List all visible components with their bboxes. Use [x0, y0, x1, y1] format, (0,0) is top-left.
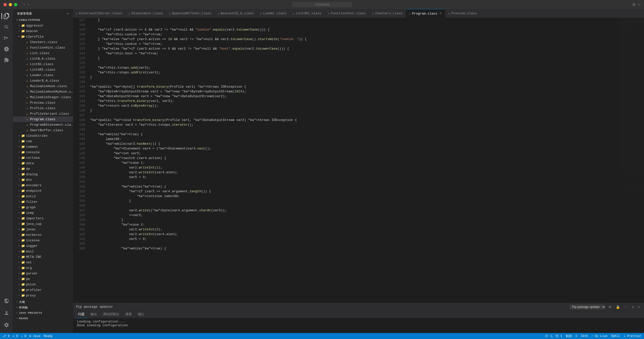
sidebar-item-loader[interactable]: ☕ Loader.class [13, 72, 73, 78]
panel-tab-problems[interactable]: 问题 [75, 311, 88, 318]
sidebar-item-timeline[interactable]: 时间轴 [13, 305, 73, 310]
tab-disposable[interactable]: ☕ Disposable.class [125, 9, 166, 18]
sidebar-item-beacon[interactable]: 📁 beacon [13, 28, 73, 34]
remote-icon[interactable] [2, 296, 12, 306]
sidebar-item-cortana[interactable]: 📁 cortana [13, 155, 73, 160]
sidebar-item-common[interactable]: 📁 common [13, 144, 73, 149]
panel-lock-button[interactable]: 🔒 [615, 304, 621, 309]
sidebar-item-outline[interactable]: 大纲 [13, 299, 73, 305]
layout-icon[interactable]: ⊞ [633, 2, 635, 7]
sidebar-item-lint-a[interactable]: ☕ Lint$_A.class [13, 56, 73, 61]
search-icon[interactable] [2, 22, 12, 32]
sidebar-item-malleablestager[interactable]: ☕ MalleableStager.class [13, 94, 73, 100]
sidebar-item-parser[interactable]: 📁 parser [13, 271, 73, 276]
sidebar-item-license[interactable]: 📁 license [13, 238, 73, 243]
sidebar-item-phish[interactable]: 📁 phish [13, 282, 73, 287]
tab-externalc2server[interactable]: ☕ ExternalC2Server.class [73, 9, 125, 18]
tab-functionhint[interactable]: ☕ FunctionHint.class [325, 9, 369, 18]
sidebar-item-root[interactable]: COBALTSTRIKE [13, 17, 73, 23]
sidebar-item-c2profile[interactable]: 📂 c2profile [13, 34, 73, 39]
tab-checkers[interactable]: ☕ Checkers.class [369, 9, 406, 18]
status-line[interactable]: 行 1, 列 1 [545, 334, 562, 338]
panel-tab-search[interactable]: 搜索 [122, 311, 135, 318]
code-area[interactable]: } "kw">if (var3.action == 6 && var2 != "… [88, 18, 619, 303]
sidebar-item-preview[interactable]: ☕ Preview.class [13, 100, 73, 105]
sidebar-item-meta-inf[interactable]: 📁 META-INF [13, 254, 73, 260]
sidebar-item-aggressor[interactable]: 📁 aggressor [13, 23, 73, 28]
panel-more-button[interactable]: ⋯ [623, 304, 628, 309]
debug-icon[interactable] [2, 44, 12, 54]
sidebar-item-cloudstrike[interactable]: 📁 cloudstrike [13, 133, 73, 138]
sidebar-item-java-cup[interactable]: 📁 java_cup [13, 221, 73, 227]
sidebar-item-program[interactable]: ☕ Program.class [13, 116, 73, 122]
sidebar-item-console[interactable]: 📁 console [13, 149, 73, 155]
sidebar-item-logger[interactable]: 📁 logger [13, 243, 73, 249]
status-prettier[interactable]: ✦ Prettier [623, 334, 641, 338]
sidebar-menu-icon[interactable]: ⋯ [67, 12, 69, 16]
sidebar-item-maven[interactable]: MAVEN [13, 316, 73, 321]
maximize-button[interactable] [14, 3, 17, 6]
sidebar-item-loaders-a[interactable]: ☕ Loader$_A.class [13, 78, 73, 83]
explorer-icon[interactable] [2, 11, 12, 21]
sidebar-item-encoders[interactable]: 📁 encoders [13, 183, 73, 188]
panel-close-button[interactable]: × [637, 304, 641, 309]
sidebar-item-malleablehookmyhook[interactable]: ☕ MalleableHookMyHook.class [13, 89, 73, 94]
panel-select[interactable]: Pip package updater [570, 304, 605, 309]
forward-button[interactable]: › [27, 2, 30, 7]
status-language[interactable]: Java [580, 334, 588, 338]
back-button[interactable]: ‹ [23, 2, 26, 7]
sidebar-item-org[interactable]: 📁 org [13, 265, 73, 271]
tab-preview[interactable]: ☕ Preview.class [445, 9, 480, 18]
sidebar-item-profilevariant[interactable]: ☕ ProfileVariant.class [13, 111, 73, 116]
sidebar-item-kerberos[interactable]: 📁 kerberos [13, 232, 73, 238]
sidebar-item-icmp[interactable]: 📁 icmp [13, 210, 73, 216]
account-icon[interactable] [2, 308, 12, 318]
sidebar-item-proxy[interactable]: 📁 proxy [13, 293, 73, 298]
sidebar-item-data[interactable]: 📁 data [13, 160, 73, 166]
panel-settings-button[interactable]: ⚙ [607, 304, 613, 309]
sidebar-item-com[interactable]: 📁 com [13, 138, 73, 144]
sidebar-item-dns[interactable]: 📁 dns [13, 177, 73, 183]
tab-program[interactable]: ☕ Program.class × [406, 9, 445, 18]
settings-icon[interactable]: ⋯ [638, 2, 640, 7]
sidebar-item-de[interactable]: 📁 de [13, 166, 73, 172]
status-git[interactable]: ⎇ 0 [3, 334, 10, 338]
tab-loader[interactable]: ☕ Loader.class [257, 9, 290, 18]
sidebar-item-lint[interactable]: ☕ Lint.class [13, 50, 73, 56]
sidebar-item-mail[interactable]: 📁 mail [13, 249, 73, 254]
sidebar-item-profiler[interactable]: 📁 profiler [13, 287, 73, 293]
source-control-icon[interactable] [2, 33, 12, 43]
search-input[interactable] [292, 2, 352, 7]
sidebar-item-javac[interactable]: 📁 javac [13, 227, 73, 232]
panel-tab-debug[interactable]: 调试控制台 [100, 311, 122, 318]
status-java[interactable]: ⚙ Java: Ready [29, 334, 53, 338]
sidebar-item-checkers[interactable]: ☕ Checkers.class [13, 39, 73, 45]
sidebar-item-extc2[interactable]: 📁 extc2 [13, 194, 73, 199]
tab-linturi[interactable]: ☕ LintURI.class [290, 9, 325, 18]
sidebar-item-dialog[interactable]: 📁 dialog [13, 172, 73, 177]
sidebar-item-graph[interactable]: 📁 graph [13, 205, 73, 210]
status-spell[interactable]: Spell [611, 334, 620, 338]
tab-beaconc2s-a[interactable]: ☕ BeaconC2$_A.class [214, 9, 257, 18]
status-go-live[interactable]: ⚡ Go Live [591, 334, 607, 338]
gear-icon[interactable] [2, 320, 12, 330]
sidebar-item-malleablehook[interactable]: ☕ MalleableHook.class [13, 83, 73, 89]
sidebar-item-pe[interactable]: 📁 pe [13, 276, 73, 282]
sidebar-item-smartbuffer[interactable]: ☕ SmartBuffer.class [13, 127, 73, 133]
sidebar-item-linturi[interactable]: ☕ LintURI.class [13, 67, 73, 72]
tab-close-program[interactable]: × [439, 12, 442, 15]
sidebar-item-importers[interactable]: 📁 importers [13, 216, 73, 221]
panel-chevron-up-button[interactable]: ∧ [630, 304, 635, 309]
sidebar-item-endpoint[interactable]: 📁 endpoint [13, 188, 73, 194]
sidebar-item-lint1[interactable]: ☕ Lint$1.class [13, 61, 73, 67]
extensions-icon[interactable] [2, 55, 12, 65]
sidebar-item-net[interactable]: 📁 net [13, 260, 73, 265]
status-errors[interactable]: ✕ 0 ⚠ 0 [13, 334, 26, 338]
sidebar-item-functionhint[interactable]: ☕ FunctionHint.class [13, 45, 73, 50]
sidebar-item-java-projects[interactable]: JAVA PROJECTS [13, 310, 73, 316]
status-spaces[interactable]: 制表: 3 [566, 334, 577, 338]
sidebar-item-programstatement[interactable]: ☕ Program$Statement.class [13, 122, 73, 127]
minimize-button[interactable] [9, 3, 12, 6]
sidebar-item-filter[interactable]: 📁 filter [13, 199, 73, 205]
tab-bypassuactoken[interactable]: ☕ BypassUACToken.class [166, 9, 215, 18]
